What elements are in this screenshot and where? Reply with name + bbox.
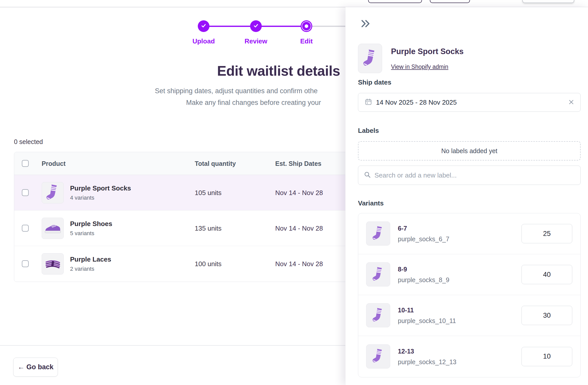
close-icon [568,102,575,106]
step-upload-circle [198,20,209,32]
ship-dates-value: 14 Nov 2025 - 28 Nov 2025 [376,99,457,106]
product-total-quantity: 135 units [195,224,222,232]
variant-size: 6-7 [398,225,449,232]
row-checkbox[interactable] [22,260,29,267]
step-edit-circle [301,20,312,32]
table-row[interactable]: Purple Sport Socks 4 variants 105 units … [14,175,387,211]
variant-quantity-input[interactable] [521,347,572,366]
labels-heading: Labels [358,127,379,135]
go-back-button[interactable]: ← Go back [13,358,58,377]
table-row[interactable]: Purple Laces 2 variants 100 units Nov 14… [14,246,387,282]
product-image-laces [42,253,64,275]
check-icon [252,22,260,30]
step-upload-label: Upload [178,37,229,45]
variant-quantity-input[interactable] [521,265,572,284]
column-header-dates: Est. Ship Dates [275,160,321,167]
step-review-circle [250,20,262,32]
variant-sku: purple_socks_8_9 [398,276,449,284]
variants-card: 6-7 purple_socks_6_7 8-9 purple_socks_8_… [358,213,581,377]
search-icon [364,171,371,179]
product-total-quantity: 105 units [195,189,222,197]
sock-illustration [362,48,379,69]
panel-product-image [358,44,382,73]
variants-heading: Variants [358,199,384,207]
select-all-checkbox[interactable] [22,160,29,167]
variant-size: 12-13 [398,347,456,355]
sock-illustration [371,347,385,365]
labels-empty-state: No labels added yet [358,141,581,161]
label-search-field[interactable] [358,166,581,185]
calendar-icon [365,98,372,106]
panel-product-name: Purple Sport Socks [391,47,464,56]
variant-row: 10-11 purple_socks_10_11 [358,295,580,336]
variant-sku: purple_socks_10_11 [398,317,456,325]
selected-count: 0 selected [14,138,43,146]
check-icon [200,22,207,30]
variant-image [366,303,390,327]
variant-row: 8-9 purple_socks_8_9 [358,254,580,295]
products-table: Product Total quantity Est. Ship Dates P… [14,152,387,282]
table-header-row: Product Total quantity Est. Ship Dates [14,152,387,175]
product-image-socks [42,182,64,203]
label-search-input[interactable] [374,166,580,185]
header-cutoff-button-2[interactable] [430,0,470,3]
product-detail-panel: Purple Sport Socks View in Shopify admin… [345,7,588,385]
product-name: Purple Laces [70,255,111,263]
clear-dates-button[interactable] [568,99,575,106]
variant-row: 12-13 purple_socks_12_13 [358,336,580,377]
variant-row: 6-7 purple_socks_6_7 [358,213,580,254]
column-header-product: Product [42,160,66,167]
sock-illustration [371,307,385,324]
product-name: Purple Sport Socks [70,184,131,192]
sock-illustration [45,183,61,203]
ship-dates-field[interactable]: 14 Nov 2025 - 28 Nov 2025 [358,93,581,112]
laces-illustration [45,258,61,270]
view-in-shopify-admin-link[interactable]: View in Shopify admin [391,63,448,70]
column-header-quantity: Total quantity [195,160,236,167]
shoe-illustration [44,223,61,234]
product-total-quantity: 100 units [195,260,222,268]
product-ship-dates: Nov 14 - Nov 28 [275,189,323,197]
step-review-label: Review [231,37,281,45]
product-variant-count: 4 variants [70,195,131,201]
variant-size: 10-11 [398,307,456,314]
product-ship-dates: Nov 14 - Nov 28 [275,224,323,232]
product-name: Purple Shoes [70,220,112,228]
variant-image [366,262,390,286]
product-image-shoes [42,218,64,239]
variant-sku: purple_socks_6_7 [398,235,449,243]
row-checkbox[interactable] [22,225,29,232]
variant-quantity-input[interactable] [521,306,572,325]
ship-dates-heading: Ship dates [358,78,391,86]
step-edit-label: Edit [281,37,332,45]
page-subtitle-line1: Set shipping dates, adjust quantities an… [155,87,318,95]
edit-waitlist-page: Upload Review Edit Edit waitlist details… [0,0,588,385]
header-cutoff-button-1[interactable] [368,0,422,3]
sock-illustration [371,266,385,283]
variant-size: 8-9 [398,266,449,273]
collapse-panel-button[interactable] [360,19,371,29]
variant-quantity-input[interactable] [521,224,572,243]
page-title: Edit waitlist details [217,63,340,79]
product-variant-count: 5 variants [70,230,112,237]
row-checkbox[interactable] [22,189,29,196]
product-ship-dates: Nov 14 - Nov 28 [275,260,323,268]
variant-image [366,221,390,246]
table-row[interactable]: Purple Shoes 5 variants 135 units Nov 14… [14,211,387,246]
page-subtitle-line2: Make any final changes before creating y… [186,99,321,107]
product-variant-count: 2 variants [70,266,111,272]
variant-image [366,344,390,368]
header-cutoff-button-3[interactable] [522,0,574,3]
sock-illustration [371,225,385,243]
chevron-double-right-icon [361,25,371,29]
variant-sku: purple_socks_12_13 [398,358,456,365]
